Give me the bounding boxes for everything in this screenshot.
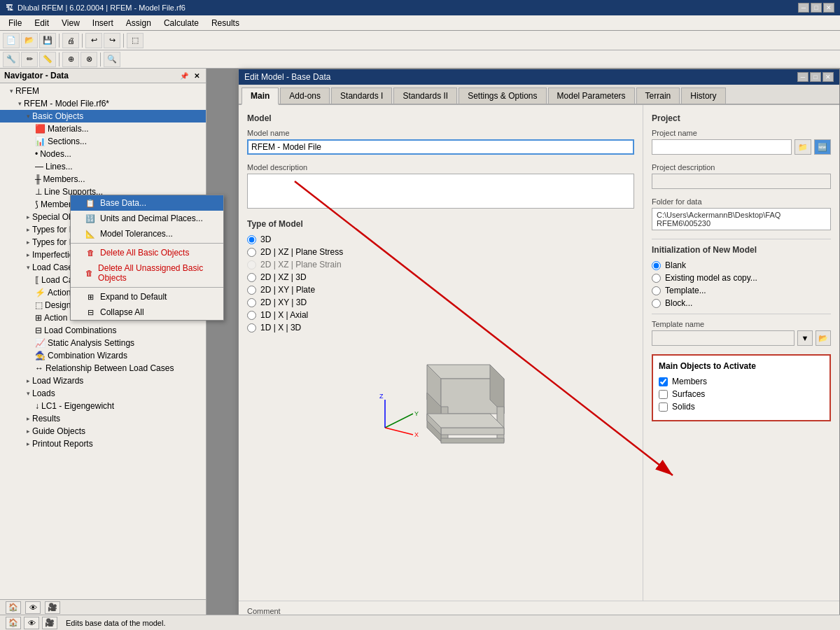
menu-calculate[interactable]: Calculate <box>158 17 204 29</box>
tree-item-modelfile[interactable]: ▾ RFEM - Model File.rf6* <box>0 97 206 110</box>
tab-standards1[interactable]: Standards I <box>331 88 392 104</box>
tree-item-members[interactable]: ╫ Members... <box>0 173 206 186</box>
toolbar-new[interactable]: 📄 <box>3 33 20 48</box>
menu-file[interactable]: File <box>3 17 27 29</box>
tree-item-loadcombinations[interactable]: ⊟ Load Combinations <box>0 324 206 337</box>
close-button[interactable]: ✕ <box>823 3 834 13</box>
ctx-icon-deleteall: 🗑 <box>85 248 96 257</box>
radio-copy[interactable] <box>652 274 661 283</box>
project-desc-input[interactable] <box>652 174 831 189</box>
ctx-basedata[interactable]: 📋 Base Data... <box>71 195 223 211</box>
checkbox-members-input[interactable] <box>659 377 668 386</box>
model-name-input[interactable] <box>247 139 634 155</box>
radio-1dx-3d[interactable] <box>247 323 256 332</box>
tab-addons[interactable]: Add-ons <box>280 88 330 104</box>
toolbar-undo[interactable]: ↩ <box>85 33 102 48</box>
checkbox-solids-input[interactable] <box>659 402 668 412</box>
tree-item-rfem[interactable]: ▾ RFEM <box>0 85 206 97</box>
tree-item-icon: ⊞ <box>35 313 42 323</box>
template-name-input[interactable] <box>652 330 794 346</box>
ctx-deleteall[interactable]: 🗑 Delete All Basic Objects <box>71 245 223 260</box>
template-open-btn[interactable]: 📂 <box>816 330 831 346</box>
radio-2dxy-plate[interactable] <box>247 286 256 295</box>
nav-close[interactable]: ✕ <box>192 71 202 80</box>
tree-item-lines[interactable]: — Lines... <box>0 160 206 173</box>
tab-history[interactable]: History <box>681 88 725 104</box>
ctx-deleteunassigned[interactable]: 🗑 Delete All Unassigned Basic Objects <box>71 260 223 286</box>
tree-item-combinwizards[interactable]: 🧙 Combination Wizards <box>0 349 206 362</box>
status-btn-1[interactable]: 🏠 <box>6 601 21 614</box>
radio-blank[interactable] <box>652 261 661 270</box>
project-new-btn[interactable]: 🆕 <box>814 139 831 155</box>
status-icons[interactable]: 🏠 👁 🎥 <box>6 601 60 614</box>
ctx-expand[interactable]: ⊞ Expand to Default <box>71 289 223 304</box>
radio-2dxy-3d[interactable] <box>247 298 256 307</box>
menu-results[interactable]: Results <box>206 17 245 29</box>
tree-item-basicobjects[interactable]: ▾ Basic Objects <box>0 110 206 122</box>
tree-item-staticanalysis[interactable]: 📈 Static Analysis Settings <box>0 337 206 349</box>
tree-item-loads[interactable]: ▾ Loads <box>0 387 206 400</box>
radio-template[interactable] <box>652 286 661 295</box>
status-btn-2[interactable]: 👁 <box>25 601 41 614</box>
tree-item-guideobjects[interactable]: ▸ Guide Objects <box>0 425 206 438</box>
nav-pin[interactable]: 📌 <box>179 71 189 80</box>
radio-2dxz-3d[interactable] <box>247 273 256 282</box>
tab-standards2[interactable]: Standards II <box>393 88 457 104</box>
toolbar2-btn6[interactable]: 🔍 <box>104 52 120 67</box>
template-browse-btn[interactable]: ▼ <box>797 330 813 346</box>
tree-item-nodes[interactable]: • Nodes... <box>0 148 206 160</box>
tab-settings[interactable]: Settings & Options <box>458 88 546 104</box>
tree-item-loadwizards[interactable]: ▸ Load Wizards <box>0 374 206 387</box>
toolbar-redo[interactable]: ↪ <box>104 33 120 48</box>
tree-item-relationship[interactable]: ↔ Relationship Between Load Cases <box>0 362 206 374</box>
radio-block[interactable] <box>652 299 661 308</box>
menu-edit[interactable]: Edit <box>29 17 55 29</box>
menu-view[interactable]: View <box>56 17 85 29</box>
status-icon-eye[interactable]: 👁 <box>24 617 39 629</box>
status-icon-home[interactable]: 🏠 <box>6 617 21 629</box>
title-bar-controls[interactable]: ─ □ ✕ <box>798 3 834 13</box>
radio-1dx-axial[interactable] <box>247 311 256 320</box>
tree-item-sections[interactable]: 📊 Sections... <box>0 135 206 148</box>
menu-assign[interactable]: Assign <box>120 17 157 29</box>
toolbar2-btn4[interactable]: ⊕ <box>62 52 79 67</box>
project-name-row: 📁 🆕 <box>652 139 831 155</box>
toolbar2-btn1[interactable]: 🔧 <box>3 52 20 67</box>
menu-insert[interactable]: Insert <box>87 17 119 29</box>
dialog-minimize[interactable]: ─ <box>797 72 808 82</box>
tab-terrain[interactable]: Terrain <box>636 88 680 104</box>
radio-row-2dxy-plate: 2D | XY | Plate <box>247 285 634 295</box>
toolbar-print[interactable]: 🖨 <box>62 33 79 48</box>
radio-3d[interactable] <box>247 235 256 244</box>
checkbox-surfaces-input[interactable] <box>659 390 668 399</box>
radio-2dxz-stress[interactable] <box>247 248 256 257</box>
dialog-maximize[interactable]: □ <box>810 72 821 82</box>
tree-item-printout[interactable]: ▸ Printout Reports <box>0 438 206 450</box>
status-icon-cam[interactable]: 🎥 <box>42 617 57 629</box>
tab-main[interactable]: Main <box>241 88 279 105</box>
dialog-close[interactable]: ✕ <box>822 72 834 82</box>
tree-item-results[interactable]: ▸ Results <box>0 412 206 425</box>
ctx-units[interactable]: 🔢 Units and Decimal Places... <box>71 211 223 226</box>
ctx-tolerances[interactable]: 📐 Model Tolerances... <box>71 226 223 241</box>
toolbar-save[interactable]: 💾 <box>39 33 56 48</box>
ctx-collapse[interactable]: ⊟ Collapse All <box>71 304 223 320</box>
tab-modelparams[interactable]: Model Parameters <box>548 88 635 104</box>
tree-item-lc1[interactable]: ↓ LC1 - Eigengewicht <box>0 400 206 412</box>
minimize-button[interactable]: ─ <box>798 3 809 13</box>
project-name-input[interactable] <box>652 139 792 155</box>
dialog-title-controls[interactable]: ─ □ ✕ <box>797 72 834 82</box>
toolbar-open[interactable]: 📂 <box>21 33 38 48</box>
model-desc-input[interactable] <box>247 174 634 209</box>
maximize-button[interactable]: □ <box>811 3 822 13</box>
project-browse-btn[interactable]: 📁 <box>794 139 811 155</box>
toolbar-select[interactable]: ⬚ <box>127 33 144 48</box>
status-btn-3[interactable]: 🎥 <box>45 601 60 614</box>
expand-icon: ▸ <box>27 440 30 447</box>
tree-item-materials[interactable]: 🟥 Materials... <box>0 122 206 135</box>
toolbar2-btn3[interactable]: 📏 <box>39 52 56 67</box>
divider-2 <box>652 314 831 314</box>
toolbar2-btn5[interactable]: ⊗ <box>80 52 97 67</box>
nav-controls[interactable]: 📌 ✕ <box>179 71 202 80</box>
toolbar2-btn2[interactable]: ✏ <box>21 52 38 67</box>
